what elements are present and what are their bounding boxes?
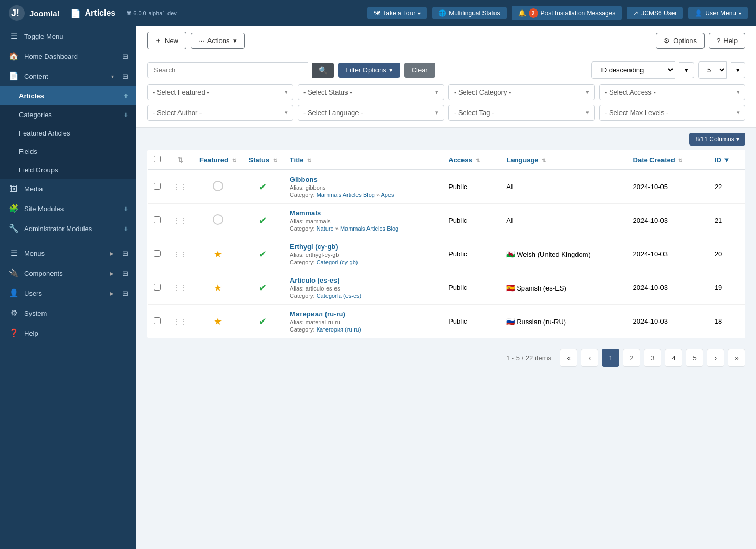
article-title-link[interactable]: Материал (ru-ru) bbox=[290, 310, 345, 318]
page-size-button[interactable]: ▾ bbox=[731, 62, 746, 78]
category-link1[interactable]: Категория (ru-ru) bbox=[317, 326, 361, 333]
page-1-button[interactable]: 1 bbox=[602, 349, 620, 367]
actions-button[interactable]: ··· Actions ▾ bbox=[191, 33, 244, 49]
search-input[interactable] bbox=[147, 62, 308, 78]
status-published-icon[interactable]: ✔ bbox=[259, 283, 267, 293]
sidebar-item-media[interactable]: 🖼 Media bbox=[0, 179, 136, 199]
category-link1[interactable]: Categori (cy-gb) bbox=[317, 259, 358, 265]
access-header[interactable]: Access ⇅ bbox=[442, 150, 500, 170]
featured-icon[interactable]: ★ bbox=[214, 283, 222, 293]
sidebar-item-system[interactable]: ⚙ System bbox=[0, 303, 136, 323]
sidebar-item-home-dashboard[interactable]: 🏠 Home Dashboard ⊞ bbox=[0, 46, 136, 66]
sort-select[interactable]: ID descending bbox=[591, 61, 675, 79]
sort-button[interactable]: ▾ bbox=[679, 62, 694, 78]
category-link1[interactable]: Nature bbox=[317, 225, 334, 232]
featured-header[interactable]: Featured ⇅ bbox=[193, 150, 243, 170]
toggle-menu-icon: ☰ bbox=[8, 32, 19, 41]
status-cell: ✔ bbox=[243, 204, 284, 237]
post-install-messages-button[interactable]: 🔔 2 Post Installation Messages bbox=[512, 6, 622, 20]
next-page-button[interactable]: › bbox=[707, 349, 724, 367]
language-header[interactable]: Language ⇅ bbox=[500, 150, 626, 170]
article-title-link[interactable]: Erthygl (cy-gb) bbox=[290, 243, 338, 251]
page-size-select[interactable]: 5 bbox=[698, 61, 727, 79]
table-row: ⋮⋮✔ Gibbons Alias: gibbons Category: Mam… bbox=[148, 170, 746, 204]
sidebar-item-users[interactable]: 👤 Users ▶ ⊞ bbox=[0, 283, 136, 303]
tag-filter[interactable]: - Select Tag - ▾ bbox=[448, 105, 595, 121]
clear-button[interactable]: Clear bbox=[404, 63, 435, 78]
columns-button[interactable]: 8/11 Columns ▾ bbox=[689, 133, 746, 146]
sidebar-item-categories[interactable]: Categories + bbox=[0, 105, 136, 124]
row-checkbox[interactable] bbox=[154, 250, 161, 257]
sidebar-item-content[interactable]: 📄 Content ▾ ⊞ bbox=[0, 66, 136, 86]
sidebar-item-menus[interactable]: ☰ Menus ▶ ⊞ bbox=[0, 243, 136, 263]
status-header[interactable]: Status ⇅ bbox=[243, 150, 284, 170]
first-page-button[interactable]: « bbox=[560, 349, 578, 367]
category-link1[interactable]: Mammals Articles Blog bbox=[317, 192, 375, 198]
article-title-link[interactable]: Mammals bbox=[290, 209, 321, 217]
page-2-button[interactable]: 2 bbox=[623, 349, 640, 367]
row-checkbox[interactable] bbox=[154, 317, 161, 324]
title-header[interactable]: Title ⇅ bbox=[284, 150, 442, 170]
sidebar-item-site-modules[interactable]: 🧩 Site Modules + bbox=[0, 199, 136, 219]
date-created-header[interactable]: Date Created ⇅ bbox=[627, 150, 708, 170]
page-4-button[interactable]: 4 bbox=[665, 349, 682, 367]
author-filter[interactable]: - Select Author - ▾ bbox=[147, 105, 293, 121]
sidebar-item-help[interactable]: ❓ Help bbox=[0, 323, 136, 343]
article-title-link[interactable]: Artículo (es-es) bbox=[290, 276, 340, 284]
article-title-link[interactable]: Gibbons bbox=[290, 175, 318, 183]
sidebar-item-components[interactable]: 🔌 Components ▶ ⊞ bbox=[0, 263, 136, 283]
page-3-button[interactable]: 3 bbox=[644, 349, 662, 367]
row-checkbox[interactable] bbox=[154, 216, 161, 223]
filter-bar: 🔍 Filter Options ▾ Clear ID descending ▾… bbox=[136, 55, 756, 128]
category-link2[interactable]: Apes bbox=[381, 192, 394, 198]
category-link2[interactable]: Mammals Articles Blog bbox=[340, 225, 398, 232]
row-checkbox-cell bbox=[148, 305, 167, 338]
not-featured-icon[interactable] bbox=[213, 214, 223, 225]
article-alias: Alias: erthygl-cy-gb bbox=[290, 252, 436, 258]
drag-handle[interactable]: ⋮⋮ bbox=[167, 305, 193, 338]
drag-handle[interactable]: ⋮⋮ bbox=[167, 204, 193, 237]
row-checkbox[interactable] bbox=[154, 183, 161, 190]
sidebar-item-articles[interactable]: Articles + bbox=[0, 86, 136, 105]
row-checkbox[interactable] bbox=[154, 284, 161, 291]
sidebar-item-toggle-menu[interactable]: ☰ Toggle Menu bbox=[0, 26, 136, 46]
drag-handle[interactable]: ⋮⋮ bbox=[167, 237, 193, 271]
title-cell: Материал (ru-ru) Alias: material-ru-ru C… bbox=[284, 305, 442, 338]
take-tour-button[interactable]: 🗺 Take a Tour ▾ bbox=[368, 7, 427, 19]
access-filter[interactable]: - Select Access - ▾ bbox=[599, 84, 746, 100]
status-published-icon[interactable]: ✔ bbox=[259, 249, 267, 260]
status-published-icon[interactable]: ✔ bbox=[259, 215, 267, 226]
status-published-icon[interactable]: ✔ bbox=[259, 316, 267, 327]
featured-icon[interactable]: ★ bbox=[214, 249, 222, 260]
sidebar-item-featured-articles[interactable]: Featured Articles bbox=[0, 124, 136, 142]
sidebar-item-fields[interactable]: Fields bbox=[0, 142, 136, 161]
sidebar-item-field-groups[interactable]: Field Groups bbox=[0, 161, 136, 179]
options-button[interactable]: ⚙ Options bbox=[656, 33, 705, 49]
help-button[interactable]: ? Help bbox=[709, 33, 746, 49]
search-button[interactable]: 🔍 bbox=[312, 63, 334, 78]
date-created-cell: 2024-10-03 bbox=[627, 305, 708, 338]
language-filter[interactable]: - Select Language - ▾ bbox=[298, 105, 444, 121]
select-all-checkbox[interactable] bbox=[154, 156, 161, 162]
multilingual-status-button[interactable]: 🌐 Multilingual Status bbox=[432, 7, 506, 19]
filter-options-button[interactable]: Filter Options ▾ bbox=[338, 63, 400, 78]
featured-icon[interactable]: ★ bbox=[214, 316, 222, 327]
drag-handle[interactable]: ⋮⋮ bbox=[167, 271, 193, 305]
last-page-button[interactable]: » bbox=[728, 349, 746, 367]
status-published-icon[interactable]: ✔ bbox=[259, 182, 267, 192]
category-link1[interactable]: Categoría (es-es) bbox=[317, 293, 362, 299]
max-levels-filter[interactable]: - Select Max Levels - ▾ bbox=[599, 105, 746, 121]
status-filter[interactable]: - Select Status - ▾ bbox=[298, 84, 444, 100]
content-icon: 📄 bbox=[8, 71, 19, 81]
sidebar-item-administrator-modules[interactable]: 🔧 Administrator Modules + bbox=[0, 219, 136, 239]
not-featured-icon[interactable] bbox=[213, 181, 223, 191]
page-5-button[interactable]: 5 bbox=[686, 349, 704, 367]
id-header[interactable]: ID ▼ bbox=[708, 150, 746, 170]
prev-page-button[interactable]: ‹ bbox=[581, 349, 598, 367]
drag-handle[interactable]: ⋮⋮ bbox=[167, 170, 193, 204]
user-menu-button[interactable]: 👤 User Menu ▾ bbox=[688, 7, 748, 19]
jcms6-user-button[interactable]: ↗ JCMS6 User bbox=[627, 7, 683, 19]
category-filter[interactable]: - Select Category - ▾ bbox=[448, 84, 595, 100]
featured-filter[interactable]: - Select Featured - ▾ bbox=[147, 84, 293, 100]
new-button[interactable]: ＋ New bbox=[147, 32, 186, 49]
